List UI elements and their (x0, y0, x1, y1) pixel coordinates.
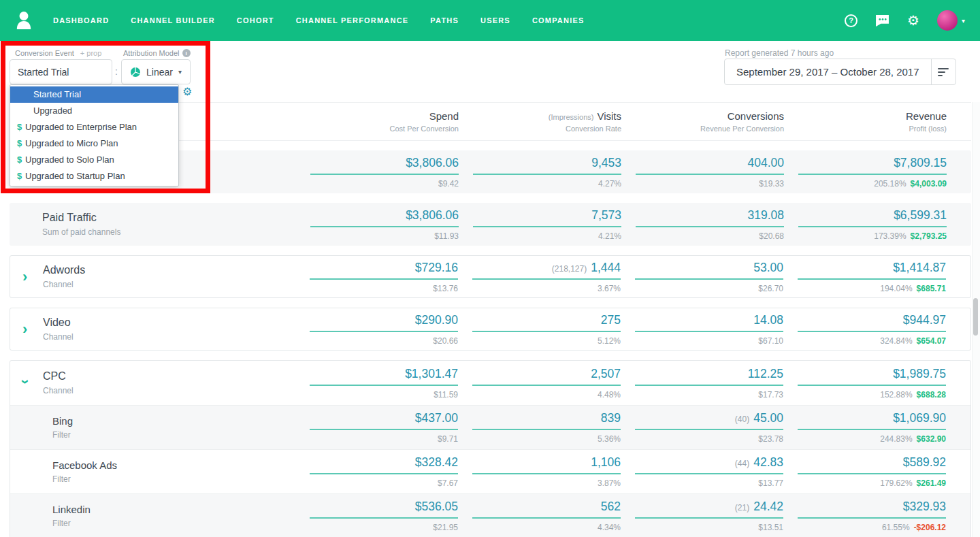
dollar-icon: $ (17, 152, 22, 168)
table-row-paid-traffic[interactable]: Paid Traffic Sum of paid channels $3,806… (10, 203, 971, 246)
row-label: Facebook Ads Filter (10, 459, 295, 484)
row-name: Adwords (43, 264, 295, 276)
row-subtitle: Channel (43, 386, 295, 395)
dropdown-option-upgraded-micro[interactable]: $Upgraded to Micro Plan (10, 135, 178, 152)
table-row-adwords[interactable]: › Adwords Channel $729.16$13.76 (218,127… (10, 255, 971, 298)
revenue-cell: $589.92179.62%$261.49 (798, 455, 946, 488)
sort-filter-button[interactable] (932, 59, 956, 84)
conversions-cell: 319.08$20.68 (636, 208, 784, 241)
visits-cell: 8395.36% (472, 411, 621, 444)
conversion-event-label: Conversion Event+ prop (15, 49, 101, 57)
table-row-linkedin[interactable]: Linkedin Filter $536.05$21.95 5624.34% (… (10, 493, 970, 537)
spend-cell: $3,806.06$9.42 (310, 156, 459, 189)
dropdown-option-upgraded[interactable]: Upgraded (10, 103, 178, 119)
row-label: CPC Channel (10, 370, 295, 395)
spend-cell: $1,301.47$11.59 (310, 367, 458, 400)
attribution-model-label: Attribution Model i (123, 49, 191, 57)
row-name: Bing (52, 415, 295, 427)
row-name: CPC (43, 370, 295, 383)
dollar-icon: $ (17, 119, 22, 135)
revenue-cell: $6,599.31173.39%$2,793.25 (798, 208, 947, 241)
conversions-cell: 112.25$17.73 (635, 367, 783, 400)
attribution-model-dropdown[interactable]: Linear ▾ (121, 59, 191, 84)
nav-right: ? ⚙ ▾ (845, 10, 965, 31)
dropdown-option-upgraded-startup[interactable]: $Upgraded to Startup Plan (10, 168, 178, 184)
visits-cell: 2,5074.48% (472, 367, 621, 400)
pie-chart-icon (130, 67, 141, 78)
scrollbar-thumb[interactable] (973, 298, 978, 336)
add-prop-link[interactable]: + prop (80, 49, 102, 57)
spend-cell: $437.00$9.71 (310, 411, 458, 444)
row-name: Paid Traffic (42, 212, 296, 224)
dollar-icon: $ (17, 135, 22, 152)
nav-item-channel-builder[interactable]: CHANNEL BUILDER (131, 16, 215, 25)
dollar-icon: $ (17, 168, 22, 184)
row-subtitle: Filter (52, 519, 295, 528)
row-label: Video Channel (10, 316, 295, 342)
conversions-cell: (44)42.83$13.77 (635, 455, 783, 488)
conversions-cell: (40)45.00$23.78 (635, 411, 783, 444)
conversion-event-dropdown: Started Trial Upgraded $Upgraded to Ente… (10, 84, 179, 186)
chevron-right-icon[interactable]: › (22, 270, 27, 284)
dropdown-option-label: Started Trial (33, 89, 81, 99)
table-row-video[interactable]: › Video Channel $290.90$20.66 2755.12% 1… (10, 308, 971, 351)
nav-item-companies[interactable]: COMPANIES (532, 16, 585, 25)
row-subtitle: Filter (52, 474, 295, 484)
conversion-event-label-text: Conversion Event (15, 49, 74, 57)
dropdown-option-upgraded-enterprise[interactable]: $Upgraded to Enterprise Plan (10, 119, 178, 135)
row-label: Bing Filter (10, 415, 295, 440)
spend-cell: $328.42$7.67 (310, 455, 458, 488)
row-label: Adwords Channel (10, 264, 295, 289)
header-conversions: Conversions Revenue Per Conversion (636, 110, 784, 133)
dropdown-option-label: Upgraded (33, 105, 72, 116)
visits-cell: (218,127)1,4443.67% (472, 261, 621, 293)
dropdown-option-label: Upgraded to Enterprise Plan (25, 122, 137, 132)
separator-colon: : (115, 66, 118, 77)
dropdown-option-upgraded-solo[interactable]: $Upgraded to Solo Plan (10, 152, 178, 168)
report-generated-text: Report generated 7 hours ago (725, 48, 834, 58)
conversions-cell: 14.08$67.10 (635, 313, 783, 346)
nav-item-cohort[interactable]: COHORT (237, 16, 274, 25)
table-row-facebook-ads[interactable]: Facebook Ads Filter $328.42$7.67 1,1063.… (10, 449, 970, 493)
chevron-down-icon: ▾ (178, 68, 182, 76)
cpc-group-card: › CPC Channel $1,301.47$11.59 2,5074.48%… (10, 360, 971, 537)
dropdown-option-label: Upgraded to Micro Plan (25, 138, 118, 148)
user-menu[interactable]: ▾ (937, 10, 965, 31)
header-spend: Spend Cost Per Conversion (310, 110, 459, 133)
header-visits: (Impressions)Visits Conversion Rate (473, 110, 621, 133)
chevron-down-icon[interactable]: › (18, 379, 33, 384)
table-row-bing[interactable]: Bing Filter $437.00$9.71 8395.36% (40)45… (10, 405, 970, 449)
table-row-cpc[interactable]: › CPC Channel $1,301.47$11.59 2,5074.48%… (10, 361, 970, 405)
visits-cell: 5624.34% (472, 500, 621, 532)
top-nav: DASHBOARD CHANNEL BUILDER COHORT CHANNEL… (0, 0, 980, 41)
revenue-cell: $944.97324.84%$654.07 (798, 313, 946, 346)
nav-item-paths[interactable]: PATHS (430, 16, 459, 25)
nav-item-dashboard[interactable]: DASHBOARD (53, 16, 109, 25)
help-icon[interactable]: ? (845, 14, 858, 27)
conversions-cell: 53.00$26.70 (635, 261, 783, 293)
nav-item-channel-performance[interactable]: CHANNEL PERFORMANCE (296, 16, 409, 25)
revenue-cell: $1,069.90244.83%$632.90 (798, 411, 946, 444)
avatar[interactable] (937, 10, 958, 31)
date-range-value[interactable]: September 29, 2017 – October 28, 2017 (725, 59, 931, 84)
row-name: Facebook Ads (52, 459, 295, 471)
conversion-event-input[interactable] (10, 59, 112, 84)
revenue-cell: $7,809.15205.18%$4,003.09 (798, 156, 947, 189)
app-logo[interactable] (15, 10, 33, 31)
dropdown-option-started-trial[interactable]: Started Trial (10, 86, 178, 103)
header-revenue: Revenue Profit (loss) (798, 110, 947, 133)
chevron-right-icon[interactable]: › (22, 322, 27, 337)
chat-icon[interactable] (875, 14, 889, 27)
dropdown-option-label: Upgraded to Solo Plan (25, 154, 114, 165)
conversions-cell: 404.00$19.33 (636, 156, 784, 189)
dropdown-option-label: Upgraded to Startup Plan (25, 171, 125, 181)
gear-icon[interactable]: ⚙ (907, 14, 919, 27)
visits-cell: 2755.12% (472, 313, 621, 346)
attribution-model-value: Linear (146, 67, 173, 78)
date-range-picker: September 29, 2017 – October 28, 2017 (724, 59, 956, 85)
spend-cell: $536.05$21.95 (310, 500, 458, 532)
info-icon[interactable]: i (182, 49, 191, 57)
visits-cell: 9,4534.27% (473, 156, 621, 189)
spend-settings-gear-icon[interactable]: ⚙ (182, 85, 192, 98)
nav-item-users[interactable]: USERS (480, 16, 510, 25)
